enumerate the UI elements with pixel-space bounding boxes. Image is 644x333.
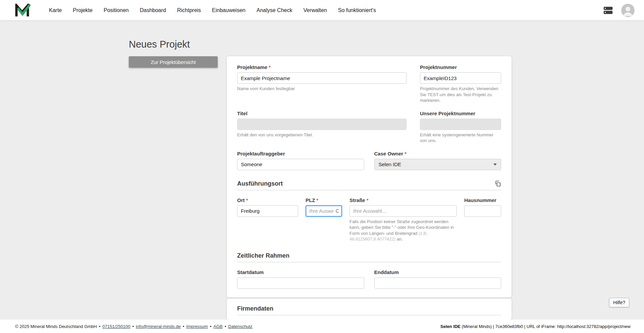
unsere-projektnummer-field: Unsere Projektnummer Erhält eine systemg… bbox=[420, 111, 501, 144]
section-title-firmendaten: Firmendaten bbox=[237, 305, 501, 312]
footer-link-phone[interactable]: 07151/250100 bbox=[102, 324, 130, 329]
footer-copyright: © 2025 Mineral Minds Deutschland GmbH bbox=[15, 324, 97, 329]
projektauftraggeber-field: Projektauftraggeber bbox=[237, 151, 364, 170]
section-ausfuehrungsort: Ausführungsort bbox=[237, 180, 501, 187]
case-owner-value: Selen IDE bbox=[379, 161, 401, 167]
footer-session-info: Selen IDE (Mineral Minds) | 7ce360e83fb0… bbox=[440, 324, 631, 329]
section-title-zeitlicher-rahmen: Zeitlicher Rahmen bbox=[237, 252, 289, 259]
ort-input[interactable] bbox=[237, 205, 298, 217]
required-marker: * bbox=[246, 197, 248, 203]
startdatum-input[interactable] bbox=[237, 277, 364, 289]
strasse-input[interactable] bbox=[350, 205, 457, 217]
help-button[interactable]: Hilfe? bbox=[609, 298, 629, 307]
nav-item-projekte[interactable]: Projekte bbox=[73, 7, 93, 13]
copy-icon[interactable] bbox=[494, 180, 501, 187]
required-marker: * bbox=[405, 151, 407, 156]
nav-item-richtpreis[interactable]: Richtpreis bbox=[177, 7, 201, 13]
user-avatar[interactable] bbox=[621, 4, 635, 17]
projektauftraggeber-input[interactable] bbox=[237, 159, 364, 170]
projektnummer-label: Projektnummer bbox=[420, 64, 457, 70]
back-to-projects-button[interactable]: Zur Projektübersicht bbox=[129, 56, 218, 68]
case-owner-label: Case Owner bbox=[374, 151, 404, 156]
titel-input bbox=[237, 119, 407, 130]
page-title: Neues Projekt bbox=[129, 39, 190, 50]
startdatum-label: Startdatum bbox=[237, 269, 264, 275]
enddatum-field: Enddatum bbox=[374, 269, 501, 289]
strasse-label: Straße bbox=[350, 197, 365, 203]
hausnummer-field: Hausnummer bbox=[464, 197, 501, 242]
nav-item-analyse-check[interactable]: Analyse Check bbox=[257, 7, 292, 13]
loading-spinner-icon bbox=[336, 209, 339, 213]
unsere-projektnummer-label: Unsere Projektnummer bbox=[420, 111, 475, 116]
firmendaten-card: Firmendaten bbox=[227, 298, 512, 320]
footer-session-user: Selen IDE bbox=[440, 324, 461, 329]
section-divider bbox=[237, 315, 501, 315]
hausnummer-input[interactable] bbox=[464, 205, 501, 217]
footer-session-detail: (Mineral Minds) | 7ce360e83fb0 | URL of … bbox=[461, 324, 631, 329]
case-owner-select[interactable]: Selen IDE bbox=[374, 159, 501, 170]
form-row: Startdatum Enddatum bbox=[237, 269, 501, 289]
form-row: Ort* PLZ* Straße* Falls die Position kei… bbox=[237, 197, 501, 242]
form-row: Projektname* Name vom Kunden festlegbar … bbox=[237, 64, 501, 104]
navbar-right bbox=[603, 4, 635, 17]
chevron-down-icon bbox=[493, 163, 497, 165]
strasse-field: Straße* Falls die Position keiner Straße… bbox=[350, 197, 457, 242]
unsere-projektnummer-input bbox=[420, 119, 501, 130]
ort-field: Ort* bbox=[237, 197, 298, 242]
section-zeitlicher-rahmen: Zeitlicher Rahmen bbox=[237, 252, 501, 259]
section-divider bbox=[237, 190, 501, 190]
footer-link-agb[interactable]: AGB bbox=[213, 324, 222, 329]
section-title-ausfuehrungsort: Ausführungsort bbox=[237, 180, 283, 187]
plz-label: PLZ bbox=[306, 197, 315, 203]
footer-separator: • bbox=[99, 324, 101, 329]
startdatum-field: Startdatum bbox=[237, 269, 364, 289]
nav-item-einbauweisen[interactable]: Einbauweisen bbox=[212, 7, 246, 13]
form-row: Titel Erhält den von uns vorgegebenen Ti… bbox=[237, 111, 501, 144]
enddatum-label: Enddatum bbox=[374, 269, 399, 275]
plz-field: PLZ* bbox=[306, 197, 342, 242]
top-navbar: Karte Projekte Positionen Dashboard Rich… bbox=[0, 0, 644, 20]
mineral-minds-logo[interactable] bbox=[15, 4, 31, 17]
footer-separator: • bbox=[225, 324, 226, 329]
titel-label: Titel bbox=[237, 111, 248, 116]
nav-item-positionen[interactable]: Positionen bbox=[104, 7, 129, 13]
main-nav: Karte Projekte Positionen Dashboard Rich… bbox=[49, 7, 376, 13]
case-owner-field: Case Owner* Selen IDE bbox=[374, 151, 501, 170]
footer-separator: • bbox=[132, 324, 134, 329]
projektauftraggeber-label: Projektauftraggeber bbox=[237, 151, 285, 156]
strasse-helper: Falls die Position keiner Straße zugeord… bbox=[350, 219, 457, 242]
required-marker: * bbox=[316, 197, 318, 203]
titel-helper: Erhält den von uns vorgegebenen Titel. bbox=[237, 132, 407, 138]
project-form-card: Projektname* Name vom Kunden festlegbar … bbox=[227, 56, 512, 297]
footer-left: © 2025 Mineral Minds Deutschland GmbH • … bbox=[15, 324, 253, 329]
nav-item-verwalten[interactable]: Verwalten bbox=[303, 7, 327, 13]
projektname-input[interactable] bbox=[237, 72, 407, 84]
footer-link-impressum[interactable]: Impressum bbox=[186, 324, 208, 329]
titel-field: Titel Erhält den von uns vorgegebenen Ti… bbox=[237, 111, 407, 144]
projektnummer-field: Projektnummer Projektnummer des Kunden. … bbox=[420, 64, 501, 104]
projektname-field: Projektname* Name vom Kunden festlegbar bbox=[237, 64, 407, 104]
footer-separator: • bbox=[183, 324, 184, 329]
footer: © 2025 Mineral Minds Deutschland GmbH • … bbox=[0, 320, 644, 333]
projektname-helper: Name vom Kunden festlegbar bbox=[237, 86, 407, 92]
unsere-projektnummer-helper: Erhält eine systemgenerierte Nummer von … bbox=[420, 132, 501, 144]
required-marker: * bbox=[367, 197, 369, 203]
server-icon[interactable] bbox=[603, 6, 613, 14]
nav-item-karte[interactable]: Karte bbox=[49, 7, 62, 13]
footer-link-email[interactable]: info@mineral-minds.de bbox=[136, 324, 181, 329]
footer-link-datenschutz[interactable]: Datenschutz bbox=[228, 324, 252, 329]
projektnummer-input[interactable] bbox=[420, 72, 501, 84]
required-marker: * bbox=[269, 64, 271, 70]
enddatum-input[interactable] bbox=[374, 277, 501, 289]
footer-separator: • bbox=[210, 324, 212, 329]
nav-item-so-funktionierts[interactable]: So funktioniert's bbox=[338, 7, 376, 13]
section-divider bbox=[237, 262, 501, 262]
nav-item-dashboard[interactable]: Dashboard bbox=[140, 7, 166, 13]
form-row: Projektauftraggeber Case Owner* Selen ID… bbox=[237, 151, 501, 170]
hausnummer-label: Hausnummer bbox=[464, 197, 496, 203]
projektnummer-helper: Projektnummer des Kunden. Verwenden Sie … bbox=[420, 86, 501, 104]
projektname-label: Projektname bbox=[237, 64, 267, 70]
ort-label: Ort bbox=[237, 197, 245, 203]
